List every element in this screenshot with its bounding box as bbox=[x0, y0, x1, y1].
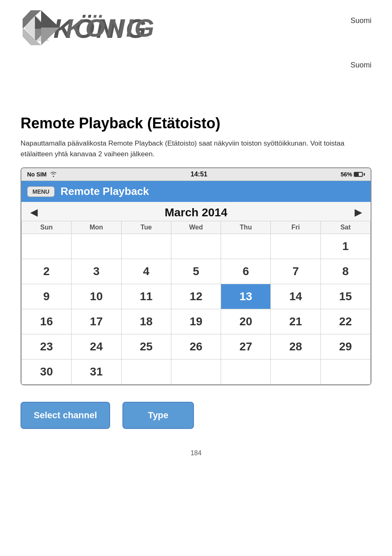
status-bar: No SIM 14:51 56% bbox=[21, 168, 371, 181]
calendar-day-cell bbox=[171, 359, 221, 385]
next-month-button[interactable]: ▶ bbox=[351, 207, 365, 218]
battery-fill bbox=[355, 173, 359, 176]
calendar-day-header: Thu bbox=[221, 221, 271, 234]
nav-title: Remote Playback bbox=[60, 185, 149, 198]
calendar-day-cell[interactable]: 27 bbox=[221, 334, 271, 359]
calendar-day-cell[interactable]: 20 bbox=[221, 309, 271, 334]
svg-marker-8 bbox=[41, 28, 60, 45]
calendar-day-header: Fri bbox=[271, 221, 321, 234]
calendar-week-row: 23242526272829 bbox=[22, 334, 371, 359]
calendar-day-cell[interactable]: 25 bbox=[121, 334, 171, 359]
calendar-day-cell[interactable]: 19 bbox=[171, 309, 221, 334]
calendar-day-cell[interactable]: 14 bbox=[271, 284, 321, 309]
calendar-day-cell[interactable]: 18 bbox=[121, 309, 171, 334]
calendar-day-cell[interactable]: 2 bbox=[22, 259, 71, 284]
calendar-day-cell[interactable]: 22 bbox=[321, 309, 370, 334]
calendar-day-cell[interactable]: 30 bbox=[22, 359, 71, 385]
calendar-day-cell[interactable]: 16 bbox=[22, 309, 71, 334]
battery-icon bbox=[354, 172, 365, 177]
calendar-day-header: Sun bbox=[22, 221, 71, 234]
logo-full: KÖNIG bbox=[18, 8, 155, 47]
battery-tip bbox=[364, 173, 365, 176]
calendar-day-header: Mon bbox=[71, 221, 121, 234]
calendar-day-cell[interactable]: 12 bbox=[171, 284, 221, 309]
type-button[interactable]: Type bbox=[122, 402, 194, 429]
status-right: 56% bbox=[341, 171, 365, 178]
calendar-day-cell[interactable]: 13 bbox=[221, 284, 271, 309]
calendar-week-row: 16171819202122 bbox=[22, 309, 371, 334]
calendar-day-header: Tue bbox=[121, 221, 171, 234]
calendar-day-cell[interactable]: 8 bbox=[321, 259, 370, 284]
page-number: 184 bbox=[0, 445, 392, 469]
calendar-day-cell bbox=[321, 359, 370, 385]
calendar-week-row: 1 bbox=[22, 234, 371, 259]
calendar-wrapper: ◀ March 2014 ▶ SunMonTueWedThuFriSat 123… bbox=[21, 202, 371, 385]
calendar-day-cell[interactable]: 7 bbox=[271, 259, 321, 284]
language-display: Suomi bbox=[350, 61, 371, 69]
calendar-week-row: 2345678 bbox=[22, 259, 371, 284]
calendar-day-cell[interactable]: 26 bbox=[171, 334, 221, 359]
calendar-day-cell[interactable]: 15 bbox=[321, 284, 370, 309]
select-channel-button[interactable]: Select channel bbox=[21, 402, 110, 429]
calendar-day-cell[interactable]: 10 bbox=[71, 284, 121, 309]
page-title: Remote Playback (Etätoisto) bbox=[0, 107, 392, 138]
calendar-day-cell[interactable]: 9 bbox=[22, 284, 71, 309]
calendar-week-row: 3031 bbox=[22, 359, 371, 385]
battery-percent: 56% bbox=[341, 171, 352, 178]
svg-marker-7 bbox=[41, 10, 60, 28]
calendar-day-cell[interactable]: 11 bbox=[121, 284, 171, 309]
calendar-week-row: 9101112131415 bbox=[22, 284, 371, 309]
wifi-icon bbox=[50, 171, 57, 178]
calendar-header-row: SunMonTueWedThuFriSat bbox=[22, 221, 371, 234]
calendar-day-cell[interactable]: 4 bbox=[121, 259, 171, 284]
calendar-thead: SunMonTueWedThuFriSat bbox=[22, 221, 371, 234]
calendar-day-cell[interactable]: 23 bbox=[22, 334, 71, 359]
menu-button[interactable]: MENU bbox=[27, 186, 55, 197]
calendar-month-title: March 2014 bbox=[165, 206, 228, 219]
calendar-day-cell[interactable]: 5 bbox=[171, 259, 221, 284]
language-label: Suomi bbox=[350, 12, 371, 25]
calendar-day-cell[interactable]: 1 bbox=[321, 234, 370, 259]
calendar-day-cell bbox=[221, 359, 271, 385]
page-description: Napauttamalla päävalikosta Remote Playba… bbox=[0, 138, 392, 167]
lang-display: Suomi bbox=[0, 49, 392, 70]
calendar-day-cell bbox=[22, 234, 71, 259]
status-left: No SIM bbox=[27, 171, 57, 178]
calendar-day-cell bbox=[271, 234, 321, 259]
calendar-day-cell[interactable]: 29 bbox=[321, 334, 370, 359]
phone-mockup: No SIM 14:51 56% MENU Remote Play bbox=[21, 167, 371, 385]
calendar-day-header: Wed bbox=[171, 221, 221, 234]
calendar-day-cell bbox=[271, 359, 321, 385]
calendar-day-cell bbox=[121, 234, 171, 259]
calendar-day-cell[interactable]: 3 bbox=[71, 259, 121, 284]
no-sim-text: No SIM bbox=[27, 171, 46, 178]
bottom-buttons: Select channel Type bbox=[0, 385, 392, 445]
calendar-day-cell[interactable]: 21 bbox=[271, 309, 321, 334]
calendar-day-cell bbox=[71, 234, 121, 259]
prev-month-button[interactable]: ◀ bbox=[27, 207, 41, 218]
calendar-table: SunMonTueWedThuFriSat 123456789101112131… bbox=[21, 221, 371, 385]
battery-body bbox=[354, 172, 363, 177]
brand-text: KÖNIG bbox=[66, 13, 155, 42]
calendar-day-header: Sat bbox=[321, 221, 370, 234]
calendar-day-cell[interactable]: 28 bbox=[271, 334, 321, 359]
calendar-day-cell[interactable]: 24 bbox=[71, 334, 121, 359]
konig-logo-svg bbox=[18, 8, 64, 47]
nav-bar: MENU Remote Playback bbox=[21, 181, 371, 202]
calendar-day-cell bbox=[221, 234, 271, 259]
calendar-day-cell[interactable]: 31 bbox=[71, 359, 121, 385]
calendar-day-cell bbox=[121, 359, 171, 385]
calendar-day-cell[interactable]: 6 bbox=[221, 259, 271, 284]
calendar-day-cell[interactable]: 17 bbox=[71, 309, 121, 334]
status-time: 14:51 bbox=[191, 171, 208, 178]
calendar-body: 1234567891011121314151617181920212223242… bbox=[22, 234, 371, 385]
calendar-header: ◀ March 2014 ▶ bbox=[21, 202, 371, 221]
calendar-day-cell bbox=[171, 234, 221, 259]
